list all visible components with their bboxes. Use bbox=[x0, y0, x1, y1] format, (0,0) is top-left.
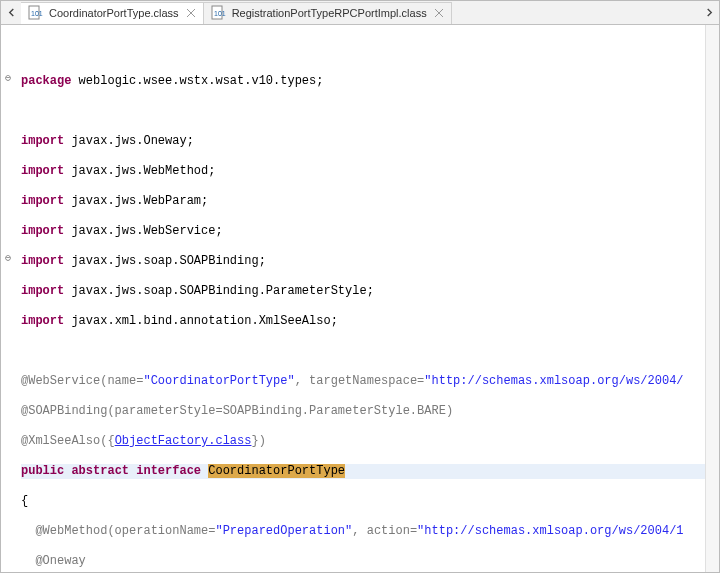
keyword-package: package bbox=[21, 74, 71, 88]
ann-args: (name= bbox=[100, 374, 143, 388]
import-stmt: javax.jws.soap.SOAPBinding.ParameterStyl… bbox=[64, 284, 374, 298]
import-stmt: javax.xml.bind.annotation.XmlSeeAlso; bbox=[64, 314, 338, 328]
type-name-highlighted: CoordinatorPortType bbox=[208, 464, 345, 478]
keyword-import: import bbox=[21, 194, 64, 208]
tab-nav-prev[interactable] bbox=[1, 2, 21, 24]
string-literal: "http://schemas.xmlsoap.org/ws/2004/ bbox=[424, 374, 683, 388]
svg-text:101: 101 bbox=[214, 10, 226, 17]
annotation-oneway: @Oneway bbox=[35, 554, 85, 568]
svg-text:101: 101 bbox=[31, 10, 43, 17]
ann-args: , action= bbox=[352, 524, 417, 538]
chevron-right-icon bbox=[705, 8, 714, 17]
import-stmt: javax.jws.Oneway; bbox=[64, 134, 194, 148]
annotation-webmethod: @WebMethod bbox=[35, 524, 107, 538]
close-icon[interactable] bbox=[433, 7, 445, 19]
annotation-xmlseealso: @XmlSeeAlso bbox=[21, 434, 100, 448]
tab-bar: 101 CoordinatorPortType.class 101 Regist… bbox=[1, 1, 719, 25]
keyword-import: import bbox=[21, 284, 64, 298]
tab-coordinator[interactable]: 101 CoordinatorPortType.class bbox=[21, 2, 204, 24]
keyword-import: import bbox=[21, 164, 64, 178]
close-icon[interactable] bbox=[185, 7, 197, 19]
vertical-scrollbar[interactable] bbox=[705, 25, 719, 572]
editor-wrap: ⊖ ⊖ package weblogic.wsee.wstx.wsat.v10.… bbox=[1, 25, 719, 572]
gutter: ⊖ ⊖ bbox=[1, 25, 17, 572]
ann-args: ({ bbox=[100, 434, 114, 448]
string-literal: "CoordinatorPortType" bbox=[143, 374, 294, 388]
keyword-interface: interface bbox=[129, 464, 208, 478]
keyword-import: import bbox=[21, 134, 64, 148]
annotation-soapbinding: @SOAPBinding bbox=[21, 404, 107, 418]
tab-title: RegistrationPortTypeRPCPortImpl.class bbox=[232, 7, 427, 19]
keyword-abstract: abstract bbox=[64, 464, 129, 478]
ann-args: (parameterStyle=SOAPBinding.ParameterSty… bbox=[107, 404, 453, 418]
brace-open: { bbox=[21, 494, 28, 508]
class-file-icon: 101 bbox=[27, 5, 43, 21]
package-name: weblogic.wsee.wstx.wsat.v10.types; bbox=[71, 74, 323, 88]
keyword-import: import bbox=[21, 224, 64, 238]
import-stmt: javax.jws.soap.SOAPBinding; bbox=[64, 254, 266, 268]
chevron-left-icon bbox=[7, 8, 16, 17]
tab-registration[interactable]: 101 RegistrationPortTypeRPCPortImpl.clas… bbox=[204, 2, 452, 24]
ann-args: , targetNamespace= bbox=[295, 374, 425, 388]
class-file-icon: 101 bbox=[210, 5, 226, 21]
string-literal: "http://schemas.xmlsoap.org/ws/2004/1 bbox=[417, 524, 683, 538]
import-stmt: javax.jws.WebService; bbox=[64, 224, 222, 238]
annotation-webservice: @WebService bbox=[21, 374, 100, 388]
class-link[interactable]: ObjectFactory.class bbox=[115, 434, 252, 448]
fold-toggle-icon[interactable]: ⊖ bbox=[3, 74, 13, 84]
ann-args: }) bbox=[251, 434, 265, 448]
fold-toggle-icon[interactable]: ⊖ bbox=[3, 254, 13, 264]
tab-nav-next[interactable] bbox=[699, 2, 719, 24]
string-literal: "PreparedOperation" bbox=[215, 524, 352, 538]
keyword-import: import bbox=[21, 254, 64, 268]
import-stmt: javax.jws.WebMethod; bbox=[64, 164, 215, 178]
keyword-public: public bbox=[21, 464, 64, 478]
tab-title: CoordinatorPortType.class bbox=[49, 7, 179, 19]
ann-args: (operationName= bbox=[107, 524, 215, 538]
code-editor[interactable]: package weblogic.wsee.wstx.wsat.v10.type… bbox=[17, 25, 705, 572]
keyword-import: import bbox=[21, 314, 64, 328]
import-stmt: javax.jws.WebParam; bbox=[64, 194, 208, 208]
